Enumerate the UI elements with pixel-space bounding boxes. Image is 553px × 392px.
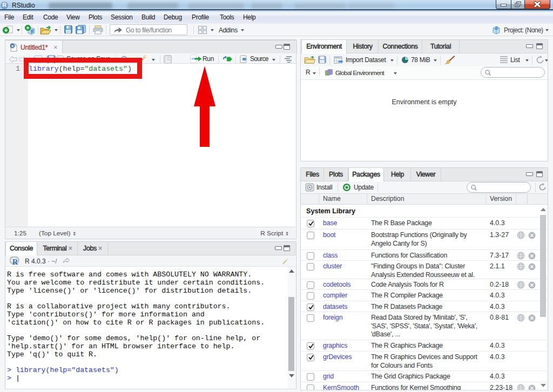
- svg-text:R: R: [12, 258, 18, 265]
- svg-text:R: R: [11, 44, 14, 48]
- svg-text:R: R: [30, 29, 34, 34]
- svg-text:R: R: [494, 25, 498, 31]
